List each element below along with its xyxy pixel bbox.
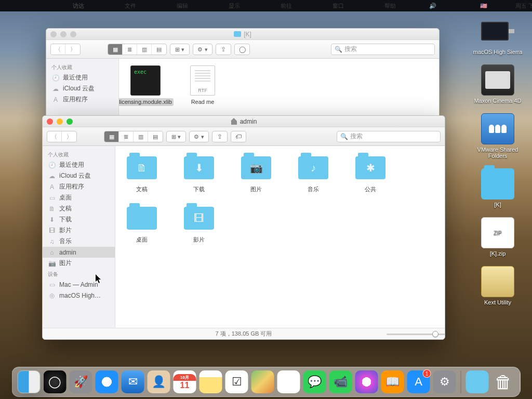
folder-desktop[interactable]: 桌面 (121, 204, 163, 244)
dock-launchpad[interactable]: 🚀 (70, 370, 92, 393)
menu-view[interactable]: 显示 (213, 2, 256, 10)
dock-downloads-stack[interactable] (466, 370, 489, 393)
dock-itunes[interactable]: ♪ (355, 370, 378, 393)
close-button[interactable] (50, 31, 57, 37)
dock-photos[interactable]: ❀ (277, 370, 300, 393)
dock-siri[interactable]: ◯ (44, 370, 66, 393)
sidebar-item-documents[interactable]: 🗎文稿 (43, 203, 115, 214)
minimize-button[interactable] (57, 118, 63, 125)
sidebar-item-desktop[interactable]: ▭桌面 (43, 192, 115, 203)
content-area[interactable]: 🗎文稿 ⬇下载 📷图片 ♪音乐 ✱公共 桌面 🎞影片 (115, 146, 445, 328)
desktop-icon-k-folder[interactable]: [K] (469, 168, 526, 208)
menu-help[interactable]: 帮助 (369, 2, 411, 10)
sidebar-item-applications[interactable]: A应用程序 (46, 94, 118, 105)
folder-documents[interactable]: 🗎文稿 (121, 153, 163, 193)
arrange-menu[interactable]: ⊞ ▾ (170, 44, 190, 55)
desktop-icon-k-zip[interactable]: ZIP [K].zip (469, 217, 526, 257)
dock-system-preferences[interactable]: ⚙ (433, 370, 456, 393)
sidebar-item-movies[interactable]: 🎞影片 (43, 225, 115, 236)
menu-window[interactable]: 窗口 (317, 2, 360, 10)
dock-mail[interactable]: ✉ (122, 370, 144, 393)
zoom-button[interactable] (66, 118, 73, 125)
sidebar-item-macos-disk[interactable]: ◎macOS High… (43, 290, 115, 301)
dock-safari[interactable] (96, 370, 118, 393)
desktop-icon-maxon-c4d[interactable]: Maxon Cinema 4D (469, 64, 526, 104)
forward-button[interactable]: 〉 (62, 131, 76, 142)
icon-size-slider[interactable] (387, 331, 438, 337)
dock-messages[interactable]: 💬 (303, 370, 326, 393)
search-icon: 🔍 (340, 133, 348, 140)
dock-maps[interactable] (251, 370, 274, 393)
desktop-icon-macos-hd[interactable]: macOS High Sierra (469, 16, 526, 55)
list-view-button[interactable]: ≣ (123, 44, 137, 55)
dock-calendar[interactable]: 10月11 (174, 370, 196, 393)
finder-window-admin[interactable]: admin 〈 〉 ▦ ≣ ▥ ▤ ⊞ ▾ ⚙ ▾ ⇪ 🏷 🔍 搜索 (42, 115, 445, 340)
cover-flow-view-button[interactable]: ▤ (152, 44, 166, 55)
sidebar-item-icloud[interactable]: ☁iCloud 云盘 (43, 170, 115, 181)
sidebar-item-music[interactable]: ♫音乐 (43, 236, 115, 247)
back-button[interactable]: 〈 (47, 131, 62, 142)
folder-pictures[interactable]: 📷图片 (235, 153, 277, 193)
desktop-icon-vmware-shared[interactable]: VMware Shared Folders (469, 113, 526, 159)
sidebar-item-applications[interactable]: A应用程序 (43, 181, 115, 192)
icon-view-button[interactable]: ▦ (108, 44, 123, 55)
icon-view-button[interactable]: ▦ (104, 131, 119, 142)
sidebar-item-admin[interactable]: ⌂admin (43, 247, 115, 258)
column-view-button[interactable]: ▥ (137, 44, 152, 55)
close-button[interactable] (47, 118, 53, 125)
search-field[interactable]: 🔍 搜索 (337, 131, 441, 142)
action-menu[interactable]: ⚙ ▾ (193, 44, 212, 55)
folder-music[interactable]: ♪音乐 (292, 153, 335, 193)
finder-window-k[interactable]: [K] 〈 〉 ▦ ≣ ▥ ▤ ⊞ ▾ ⚙ ▾ ⇪ ◯ 🔍 搜索 (46, 28, 440, 122)
dock-notes[interactable] (200, 370, 222, 393)
back-button[interactable]: 〈 (51, 44, 65, 55)
file-readme[interactable]: RTF Read me (181, 66, 224, 106)
dock-contacts[interactable]: 👤 (148, 370, 170, 393)
dock-appstore[interactable]: A1 (407, 370, 430, 393)
menu-go[interactable]: 前往 (265, 2, 308, 10)
menu-file[interactable]: 文件 (109, 2, 152, 10)
sidebar-item-icloud[interactable]: ☁iCloud 云盘 (46, 83, 118, 94)
dock-separator (461, 370, 461, 393)
action-menu[interactable]: ⚙ ▾ (189, 131, 209, 142)
sidebar-item-pictures[interactable]: 📷图片 (43, 258, 115, 269)
home-proxy-icon[interactable] (231, 118, 237, 125)
folder-movies[interactable]: 🎞影片 (178, 204, 220, 244)
search-field[interactable]: 🔍 搜索 (331, 44, 435, 55)
share-button[interactable]: ⇪ (212, 131, 228, 142)
volume-icon[interactable]: 🔊 (411, 3, 454, 9)
menu-edit[interactable]: 编辑 (161, 2, 204, 10)
dock-reminders[interactable]: ☑ (225, 370, 248, 393)
dock-finder[interactable] (18, 370, 41, 393)
arrange-menu[interactable]: ⊞ ▾ (166, 131, 186, 142)
file-licensing-module[interactable]: exec licensing.module.xlib (124, 66, 167, 106)
desktop-icon-kext-utility[interactable]: Kext Utility (469, 266, 526, 305)
folder-public[interactable]: ✱公共 (349, 153, 392, 193)
minimize-button[interactable] (60, 31, 66, 37)
dock-facetime[interactable]: 📹 (329, 370, 352, 393)
content-area[interactable]: exec licensing.module.xlib RTF Read me (119, 59, 439, 121)
folder-label: 下载 (192, 185, 206, 193)
sidebar-item-recent[interactable]: 🕘最近使用 (43, 159, 115, 170)
tags-button[interactable]: 🏷 (231, 131, 246, 142)
list-view-button[interactable]: ≣ (119, 131, 134, 142)
app-menu[interactable]: 访达 (57, 2, 100, 10)
share-button[interactable]: ⇪ (216, 44, 231, 55)
forward-button[interactable]: 〉 (65, 44, 80, 55)
tags-button[interactable]: ◯ (234, 44, 250, 55)
sidebar-item-mac[interactable]: ▭Mac — Admin (43, 279, 115, 290)
sidebar-item-recent[interactable]: 🕘最近使用 (46, 72, 118, 83)
input-source-icon[interactable]: 🇺🇸 (462, 3, 505, 9)
column-view-button[interactable]: ▥ (134, 131, 148, 142)
dock-ibooks[interactable]: 📖 (381, 370, 404, 393)
clock[interactable]: 周五 下午12:04 (513, 2, 532, 10)
zoom-button[interactable] (70, 31, 76, 37)
titlebar[interactable]: [K] (46, 29, 439, 40)
cover-flow-view-button[interactable]: ▤ (148, 131, 163, 142)
folder-proxy-icon[interactable] (234, 31, 241, 37)
sidebar-item-downloads[interactable]: ⬇下载 (43, 214, 115, 225)
folder-downloads[interactable]: ⬇下载 (178, 153, 220, 193)
label: Maxon Cinema 4D (474, 98, 521, 104)
titlebar[interactable]: admin (43, 116, 445, 127)
dock-trash[interactable]: 🗑 (492, 370, 515, 393)
